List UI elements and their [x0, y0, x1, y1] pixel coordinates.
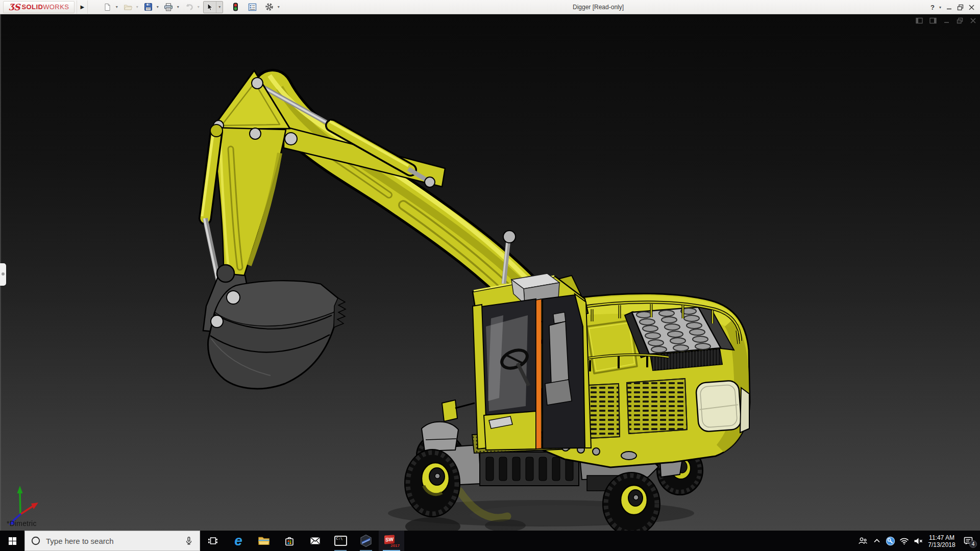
desktop: ƷS SOLIDWORKS ▶ ▾ ▾	[0, 0, 980, 551]
taskbar-clock[interactable]: 11:47 AM 7/13/2018	[925, 534, 959, 548]
open-folder-icon	[124, 3, 132, 11]
taskbar-edge-button[interactable]: e	[226, 531, 251, 551]
windows-logo-icon	[8, 537, 17, 545]
print-caret[interactable]: ▾	[175, 2, 181, 13]
show-task-pane-button[interactable]	[929, 17, 937, 24]
blue-circle-app-icon	[886, 536, 895, 546]
brand-solid-text: SOLID	[21, 3, 43, 11]
action-center-button[interactable]: 4	[959, 531, 978, 551]
print-icon	[164, 3, 173, 11]
document-window-controls	[916, 17, 976, 24]
tray-overflow-chevron-button[interactable]	[870, 531, 884, 551]
gear-icon	[265, 3, 274, 11]
open-button[interactable]	[121, 2, 134, 13]
chevron-up-icon	[872, 536, 881, 545]
document-restore-button[interactable]	[957, 17, 963, 24]
solidworks-menu-bar: ƷS SOLIDWORKS ▶ ▾ ▾	[0, 0, 980, 14]
edge-icon: e	[234, 534, 242, 548]
select-tool-button[interactable]	[204, 2, 216, 13]
window-controls: ? ▾	[930, 0, 975, 14]
minimize-button[interactable]	[946, 4, 952, 11]
microphone-icon[interactable]	[184, 536, 193, 545]
digger-3d-model[interactable]	[0, 14, 980, 531]
start-button[interactable]	[0, 531, 24, 551]
tray-app-button[interactable]	[884, 531, 897, 551]
solidworks-2017-icon: SW 2017	[384, 534, 399, 548]
file-properties-button[interactable]	[246, 2, 258, 13]
rebuild-button[interactable]	[229, 2, 241, 13]
people-tray-button[interactable]	[856, 531, 870, 551]
rear-panel	[696, 380, 742, 432]
taskbar-hexagon-app-button[interactable]	[353, 531, 379, 551]
collapsed-panel-tab[interactable]	[0, 263, 6, 286]
help-caret[interactable]: ▾	[939, 5, 941, 10]
close-button[interactable]	[968, 4, 975, 11]
taskbar-task-view-button[interactable]	[200, 531, 226, 551]
document-close-button[interactable]	[970, 17, 976, 24]
taskbar-search-box[interactable]: Type here to search	[24, 531, 200, 551]
print-button[interactable]	[162, 2, 175, 13]
brand-works-text: WORKS	[43, 3, 69, 11]
network-tray-button[interactable]	[897, 531, 911, 551]
clock-date: 7/13/2018	[925, 541, 959, 548]
front-left-wheel[interactable]	[405, 449, 460, 517]
select-tool-caret[interactable]: ▾	[216, 2, 223, 13]
undo-button[interactable]	[183, 2, 195, 13]
file-properties-icon	[248, 3, 257, 11]
search-placeholder-text: Type here to search	[46, 537, 179, 545]
volume-tray-button[interactable]	[911, 531, 925, 551]
taskbar-file-explorer-button[interactable]	[251, 531, 277, 551]
restore-button[interactable]	[957, 4, 964, 11]
front-right-wheel[interactable]	[603, 472, 660, 531]
traffic-light-icon	[233, 3, 238, 11]
save-button[interactable]	[142, 2, 154, 13]
menu-flyout-arrow[interactable]: ▶	[77, 1, 88, 14]
volume-muted-icon	[913, 536, 923, 546]
windows-taskbar: Type here to search e	[0, 531, 980, 551]
select-cursor-icon	[206, 3, 213, 11]
new-document-button[interactable]	[101, 2, 113, 13]
select-tool-group: ▾	[203, 1, 223, 13]
save-floppy-icon	[144, 3, 153, 11]
document-title: Digger [Read-only]	[573, 0, 624, 14]
graphics-viewport[interactable]: *Dimetric	[0, 14, 980, 531]
open-caret[interactable]: ▾	[134, 2, 140, 13]
stick-cylinder[interactable]	[202, 124, 223, 286]
help-button[interactable]: ?	[930, 4, 935, 11]
options-button[interactable]	[263, 2, 275, 13]
file-explorer-icon	[258, 536, 270, 546]
store-icon	[284, 536, 295, 546]
new-document-caret[interactable]: ▾	[113, 2, 120, 13]
cortana-circle-icon	[31, 536, 40, 545]
system-tray: 11:47 AM 7/13/2018 4	[856, 531, 980, 551]
taskbar-store-button[interactable]	[277, 531, 302, 551]
coordinate-triad-icon	[9, 486, 38, 524]
show-feature-pane-button[interactable]	[916, 17, 923, 24]
solidworks-logo: ƷS SOLIDWORKS	[3, 1, 75, 13]
hexagon-app-icon	[360, 534, 372, 547]
taskbar-command-prompt-button[interactable]: C:\	[328, 531, 353, 551]
cab[interactable]	[442, 273, 591, 450]
wifi-icon	[899, 536, 909, 545]
clock-time: 11:47 AM	[925, 534, 959, 541]
notification-badge: 4	[969, 540, 977, 548]
quick-access-toolbar: ▾ ▾ ▾	[101, 1, 283, 13]
view-orientation-label: *Dimetric	[7, 519, 37, 528]
bucket[interactable]	[203, 265, 346, 389]
options-caret[interactable]: ▾	[275, 2, 282, 13]
people-icon	[858, 536, 868, 545]
close-icon	[968, 4, 975, 11]
new-document-icon	[103, 3, 111, 11]
bucket-teeth	[334, 298, 346, 328]
document-minimize-button[interactable]	[943, 17, 950, 24]
taskbar-mail-button[interactable]	[302, 531, 328, 551]
taskbar-solidworks-button[interactable]: SW 2017	[379, 531, 404, 551]
undo-arrow-icon	[185, 3, 193, 11]
restore-icon	[957, 4, 964, 11]
solidworks-logo-mark-icon: ƷS	[9, 2, 19, 12]
panel-tab-grip-icon	[2, 272, 5, 276]
command-prompt-icon: C:\	[334, 536, 347, 546]
minimize-icon	[946, 4, 952, 11]
save-caret[interactable]: ▾	[154, 2, 161, 13]
undo-caret[interactable]: ▾	[195, 2, 202, 13]
